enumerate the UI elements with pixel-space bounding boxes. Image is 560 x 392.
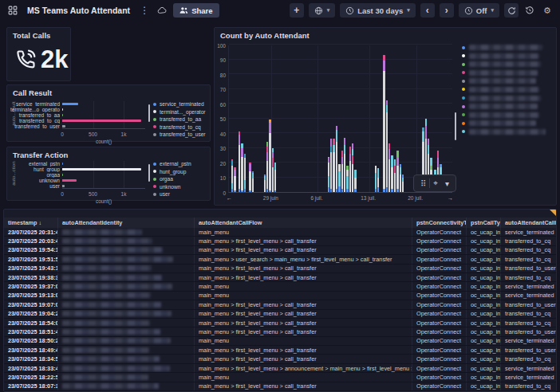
column-header-timestamp[interactable]: timestamp ↓ <box>4 218 58 228</box>
legend-item[interactable]: hunt_group <box>153 169 209 174</box>
clock-icon <box>345 6 354 15</box>
legend-item[interactable]: transferred_to_user <box>153 131 209 137</box>
cell-timestamp: 23/07/2025 18:54:04 <box>4 319 58 327</box>
cell-identity-redacted <box>58 337 195 345</box>
cell-identity-redacted <box>58 282 195 290</box>
redacted-text <box>62 292 151 298</box>
legend-item[interactable] <box>462 61 553 67</box>
y-tick-label: 100 <box>215 43 226 49</box>
legend-label: transferred_to_cq <box>160 124 201 130</box>
bar-segment <box>266 189 268 192</box>
legend-item[interactable]: user <box>153 191 209 197</box>
total-calls-stat: 2k <box>14 47 68 72</box>
panel-total-calls: Total Calls 2k <box>6 27 71 81</box>
bar-segment <box>274 190 276 192</box>
column-header-pstnConnectivityType[interactable]: pstnConnectivityType <box>412 218 467 228</box>
time-range-picker[interactable]: Last 30 days ▾ <box>340 3 416 18</box>
transfer-action-plot <box>62 161 145 189</box>
chevron-down-icon[interactable]: ▾ <box>442 179 452 188</box>
bar-segment <box>266 147 268 152</box>
legend-scrollbar[interactable] <box>455 112 456 140</box>
legend-item[interactable]: terminat..._operator <box>153 109 209 115</box>
bar-segment <box>375 173 377 189</box>
legend-label-redacted <box>469 78 536 84</box>
cell-callflow: main_menu > first_level_menu > call_tran… <box>195 237 412 245</box>
dashboards-grid-icon[interactable] <box>6 4 19 17</box>
settings-gear-icon[interactable]: ⚙ <box>541 4 554 17</box>
add-button[interactable]: + <box>290 3 304 18</box>
bar-segment <box>386 187 388 192</box>
legend-item[interactable]: transferred_to_cq <box>153 124 209 130</box>
bar-segment <box>336 142 337 189</box>
bar-segment <box>241 157 243 191</box>
time-shift-forward-button[interactable]: › <box>440 3 454 18</box>
redacted-text <box>62 302 161 308</box>
redacted-text <box>62 338 171 343</box>
stacked-bar <box>396 151 398 192</box>
bar-segment <box>231 166 233 183</box>
legend-label: transferred_to_aa <box>160 116 201 122</box>
stacked-bar <box>269 120 270 192</box>
refresh-interval-picker[interactable]: Off ▾ <box>459 3 499 18</box>
pan-left-arrow[interactable]: ← <box>227 195 232 201</box>
legend-item[interactable] <box>462 87 553 92</box>
cell-identity-redacted <box>58 310 195 318</box>
bar-category-label: external_pstn <box>10 161 60 167</box>
legend-item[interactable] <box>462 70 553 76</box>
bar-segment <box>383 71 385 189</box>
history-icon[interactable] <box>523 4 536 17</box>
table-row: 23/07/2025 19:51:57main_menu > user_sear… <box>4 255 557 264</box>
share-button[interactable]: Share <box>173 3 219 18</box>
legend-item[interactable] <box>462 104 553 109</box>
x-axis-label: count() <box>96 198 112 204</box>
column-header-autoAttendantCallFlow[interactable]: autoAttendantCallFlow <box>195 218 412 228</box>
column-header-pstnCallType[interactable]: pstnCallType <box>467 218 501 228</box>
legend-dot <box>462 113 465 116</box>
legend-item[interactable] <box>462 45 553 50</box>
cell-timestamp: 23/07/2025 18:34:58 <box>4 355 58 363</box>
redacted-text <box>62 229 142 235</box>
legend-scrollbar[interactable] <box>148 164 150 182</box>
bar-segment <box>428 145 429 154</box>
legend-item[interactable] <box>462 78 553 84</box>
legend-item[interactable] <box>462 120 553 126</box>
legend-dot <box>462 71 465 74</box>
stacked-bar <box>272 148 274 192</box>
legend-item[interactable]: orgaa <box>153 176 209 182</box>
call-result-plot <box>62 101 145 129</box>
legend-item[interactable]: service_terminated <box>153 101 209 107</box>
legend-item[interactable]: transferred_to_aa <box>153 116 209 122</box>
zoom-mode-icon[interactable]: ⌖ <box>430 178 441 188</box>
legend-item[interactable] <box>462 53 553 59</box>
legend-item[interactable]: unknown <box>153 184 209 190</box>
pan-right-arrow[interactable]: → <box>448 195 453 201</box>
bar <box>62 120 141 123</box>
drag-handle-icon[interactable]: ⠿ <box>417 179 429 188</box>
cloud-icon[interactable] <box>156 4 168 17</box>
panel-warning-corner[interactable] <box>550 210 556 216</box>
cell-result: transferred_to_cq <box>501 310 557 318</box>
cell-calltype: oc_ucap_in <box>467 300 501 308</box>
time-shift-back-button[interactable]: ‹ <box>420 3 435 18</box>
bar-segment <box>396 151 398 156</box>
more-options-icon[interactable]: ⋮ <box>138 4 151 17</box>
table-row: 23/07/2025 18:51:41main_menu > first_lev… <box>4 327 557 336</box>
bar-segment <box>377 187 379 192</box>
legend-item[interactable]: external_pstn <box>153 161 209 167</box>
cell-result: transferred_to_cq <box>501 255 557 263</box>
table-row: 23/07/2025 18:22:57main_menuOperatorConn… <box>4 373 557 382</box>
column-header-autoAttendantCallResu[interactable]: autoAttendantCallResu <box>501 218 557 228</box>
cell-connectivity: OperatorConnect <box>412 319 467 327</box>
legend-item[interactable] <box>462 96 553 101</box>
x-tick-label: 29 juin <box>254 195 286 201</box>
legend-item[interactable] <box>462 129 553 135</box>
cell-timestamp: 23/07/2025 18:33:42 <box>4 364 58 372</box>
legend-scrollbar[interactable] <box>148 104 150 122</box>
bar-segment <box>346 176 348 190</box>
column-header-autoAttendantIdentity[interactable]: autoAttendantIdentity <box>58 218 195 228</box>
redacted-text <box>62 356 160 362</box>
panels-globe-button[interactable]: ▾ <box>309 3 336 18</box>
legend-item[interactable] <box>462 112 553 118</box>
refresh-button[interactable] <box>504 3 519 18</box>
bar-segment <box>377 168 379 177</box>
